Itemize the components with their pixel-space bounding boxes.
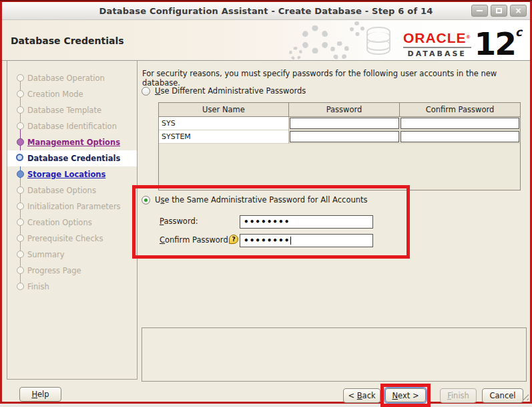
option-label: Use the Same Administrative Password for…	[155, 195, 368, 205]
table-row: SYSTEM	[159, 130, 520, 144]
step-list: Database Operation Creation Mode Databas…	[7, 70, 137, 295]
confirm-password-input[interactable]	[401, 131, 519, 142]
sidebar-item-database-template: Database Template	[7, 102, 137, 118]
confirm-password-input[interactable]	[401, 118, 519, 129]
confirm-password-field[interactable]: ••••••••	[240, 234, 373, 247]
confirm-password-label: Confirm Password	[160, 235, 228, 245]
finish-label: Finish	[447, 391, 469, 400]
password-input[interactable]	[290, 131, 399, 142]
version-badge: 12c	[475, 27, 522, 58]
back-label: < Back	[348, 391, 375, 400]
step-dot	[17, 74, 24, 82]
wizard-steps-sidebar: Database Operation Creation Mode Databas…	[7, 61, 138, 380]
table-header-row: User Name Password Confirm Password	[159, 103, 520, 117]
minimize-button[interactable]	[471, 5, 488, 17]
oracle-logo: ORACLE® DATABASE 12c	[403, 27, 522, 58]
step-dot	[17, 122, 24, 130]
step-dot	[17, 219, 24, 226]
sidebar-item-database-identification: Database Identification	[7, 118, 137, 134]
oracle-brand-text: ORACLE	[403, 30, 467, 45]
back-button[interactable]: < Back	[343, 388, 380, 403]
password-label: Password:	[160, 217, 198, 226]
annotation-highlight-same-password: Use the Same Administrative Password for…	[132, 185, 410, 259]
sidebar-item-prerequisite-checks: Prerequisite Checks	[7, 231, 137, 247]
close-icon: ×	[515, 7, 521, 15]
step-dot	[17, 202, 24, 210]
sidebar-item-summary: Summary	[7, 247, 137, 263]
sidebar-item-storage-locations[interactable]: Storage Locations	[7, 166, 137, 182]
titlebar[interactable]: Database Configuration Assistant - Creat…	[2, 2, 530, 20]
registered-mark: ®	[467, 34, 471, 40]
sidebar-item-creation-mode: Creation Mode	[7, 86, 137, 102]
password-field[interactable]: ••••••••	[240, 215, 373, 229]
step-dot	[17, 138, 24, 146]
security-info-text: For security reasons, you must specify p…	[142, 69, 526, 88]
step-dot	[17, 283, 24, 290]
step-dot	[17, 90, 24, 98]
confirm-password-cell[interactable]	[400, 117, 520, 130]
step-dot	[16, 154, 23, 161]
database-wordmark: DATABASE	[403, 50, 471, 57]
credentials-table: User Name Password Confirm Password SYS …	[158, 102, 521, 190]
dbca-window: Database Configuration Assistant - Creat…	[0, 0, 532, 404]
help-balloon-icon: ?	[229, 235, 238, 244]
gear-icon	[301, 25, 329, 53]
maximize-icon	[496, 8, 502, 13]
confirm-password-cell[interactable]	[400, 130, 520, 144]
option-label: Use Different Administrative Passwords	[155, 86, 306, 96]
sidebar-item-progress-page: Progress Page	[7, 263, 137, 279]
radio-unselected-icon[interactable]	[142, 87, 150, 96]
step-dot	[17, 251, 24, 258]
sidebar-item-finish: Finish	[7, 279, 137, 295]
step-dot	[17, 186, 24, 194]
user-name-cell: SYS	[159, 117, 289, 130]
user-name-cell: SYSTEM	[159, 130, 289, 144]
help-label: Help	[31, 390, 49, 399]
maximize-button[interactable]	[491, 5, 507, 17]
window-title: Database Configuration Assistant - Creat…	[99, 6, 433, 16]
gear-icon	[350, 21, 364, 36]
sidebar-item-database-options: Database Options	[7, 182, 137, 198]
table-row: SYS	[159, 117, 520, 130]
password-cell[interactable]	[289, 130, 400, 144]
step-dot	[17, 170, 24, 178]
oracle-wordmark: ORACLE® DATABASE	[403, 27, 471, 57]
message-box	[142, 327, 527, 382]
finish-button: Finish	[440, 388, 477, 403]
sidebar-item-database-operation: Database Operation	[7, 70, 137, 86]
minimize-icon	[477, 10, 483, 11]
next-button[interactable]: Next >	[385, 388, 426, 402]
use-different-passwords-option[interactable]: Use Different Administrative Passwords	[142, 86, 306, 96]
step-dot	[17, 106, 24, 114]
window-controls: ×	[471, 5, 527, 17]
help-button[interactable]: Help	[19, 387, 61, 402]
step-dot	[17, 235, 24, 242]
use-same-password-option[interactable]: Use the Same Administrative Password for…	[142, 195, 368, 205]
step-dot	[17, 267, 24, 274]
screen: Database Configuration Assistant - Creat…	[0, 0, 532, 407]
radio-selected-icon[interactable]	[142, 196, 150, 205]
header-banner: Database Credentials ORACLE® DATABASE 12…	[2, 20, 530, 61]
column-header-user-name: User Name	[159, 103, 289, 116]
gear-icon	[289, 47, 302, 60]
next-label: Next >	[392, 391, 419, 400]
sidebar-item-management-options[interactable]: Management Options	[7, 134, 137, 150]
cancel-button[interactable]: Cancel	[482, 388, 523, 403]
gear-icon	[330, 41, 349, 60]
logo-divider	[403, 47, 471, 48]
page-title: Database Credentials	[11, 35, 124, 46]
column-header-password: Password	[289, 103, 400, 116]
annotation-highlight-next-button: Next >	[380, 384, 431, 407]
sidebar-item-creation-options: Creation Options	[7, 215, 137, 231]
sidebar-item-database-credentials: Database Credentials	[7, 150, 137, 166]
password-input[interactable]	[290, 118, 399, 129]
sidebar-item-initialization-parameters: Initialization Parameters	[7, 198, 137, 215]
close-button[interactable]: ×	[510, 5, 527, 17]
database-cylinder-icon	[366, 27, 390, 55]
password-cell[interactable]	[289, 117, 400, 130]
column-header-confirm-password: Confirm Password	[400, 103, 520, 116]
